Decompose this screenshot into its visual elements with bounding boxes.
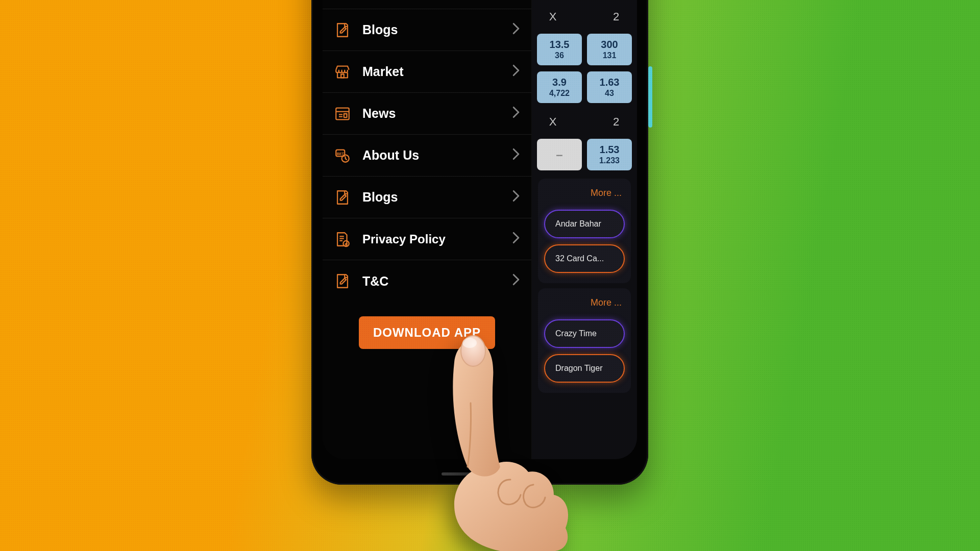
home-indicator (442, 472, 518, 475)
odds-row: – 1.53 1.233 (532, 136, 637, 173)
blog-icon (334, 189, 351, 206)
chevron-right-icon (512, 148, 520, 163)
odds-header-1: X 2 (532, 6, 637, 31)
menu-item-label: Blogs (362, 190, 398, 205)
app-content: X 2 13.5 36 300 131 3.9 4,722 (532, 0, 637, 459)
bet-icon: BET (334, 147, 351, 164)
odds-cell[interactable]: 1.63 43 (587, 71, 632, 103)
odds-header-2: X 2 (532, 111, 637, 136)
odds-cell[interactable]: 1.53 1.233 (587, 139, 632, 170)
menu-item-label: About Us (362, 148, 419, 163)
game-chip[interactable]: 32 Card Ca... (544, 244, 625, 273)
odds-row: 13.5 36 300 131 (532, 31, 637, 68)
menu-item-label: Blogs (362, 22, 398, 37)
chevron-right-icon (512, 232, 520, 247)
game-chip[interactable]: Dragon Tiger (544, 354, 625, 383)
menu-item-label: Market (362, 64, 404, 79)
menu-item-blogs[interactable]: Blogs (323, 9, 531, 51)
blog-icon (334, 21, 351, 39)
odds-cell[interactable]: 13.5 36 (537, 34, 582, 65)
odds-col-x: X (532, 115, 574, 129)
game-chip[interactable]: Crazy Time (544, 319, 625, 348)
phone-screen: X 2 13.5 36 300 131 3.9 4,722 (323, 0, 637, 459)
menu-item-label: T&C (362, 274, 388, 289)
privacy-icon (334, 231, 351, 248)
game-chip[interactable]: Andar Bahar (544, 210, 625, 238)
svg-rect-8 (344, 114, 347, 117)
menu-item-label: News (362, 106, 396, 121)
chevron-right-icon (512, 106, 520, 121)
chevron-right-icon (512, 190, 520, 205)
odds-cell[interactable]: 300 131 (587, 34, 632, 65)
menu-item-privacy[interactable]: Privacy Policy (323, 218, 531, 260)
menu-item-market[interactable]: Market (323, 51, 531, 93)
terms-icon (334, 272, 351, 290)
game-section: More ... Crazy Time Dragon Tiger (538, 288, 631, 393)
odds-col-2: 2 (595, 10, 637, 23)
navigation-drawer: About Us Blogs Market (323, 0, 532, 459)
chevron-right-icon (512, 273, 520, 289)
more-link[interactable]: More ... (538, 288, 631, 313)
odds-col-x: X (532, 10, 574, 23)
menu-item-about-us-2[interactable]: BET About Us (323, 135, 531, 177)
odds-cell[interactable]: 3.9 4,722 (537, 71, 582, 103)
download-app-button[interactable]: DOWNLOAD APP (359, 316, 495, 349)
odds-cell-empty[interactable]: – (537, 139, 582, 170)
news-icon (334, 105, 351, 122)
menu-item-about-us[interactable]: About Us (323, 0, 531, 9)
game-section: More ... Andar Bahar 32 Card Ca... (538, 179, 631, 283)
phone-frame: X 2 13.5 36 300 131 3.9 4,722 (311, 0, 648, 485)
menu-item-label: Privacy Policy (362, 232, 446, 246)
odds-col-2: 2 (595, 115, 637, 129)
chevron-right-icon (512, 64, 520, 80)
menu-item-news[interactable]: News (323, 93, 531, 135)
menu-item-blogs-2[interactable]: Blogs (323, 177, 531, 218)
chevron-right-icon (512, 22, 520, 38)
odds-row: 3.9 4,722 1.63 43 (532, 68, 637, 106)
more-link[interactable]: More ... (538, 179, 631, 204)
market-icon (334, 63, 351, 81)
menu-item-terms[interactable]: T&C (323, 260, 531, 302)
svg-rect-3 (341, 74, 344, 78)
